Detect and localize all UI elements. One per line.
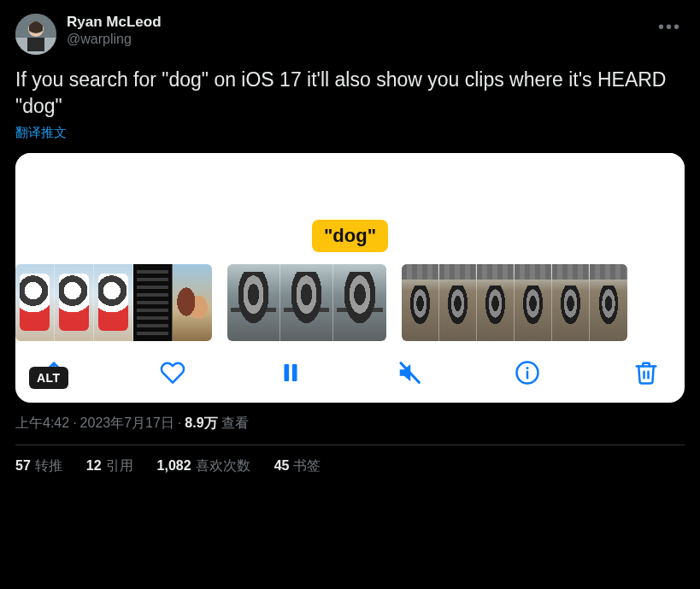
avatar-image (15, 14, 56, 55)
clip-frame (402, 264, 439, 341)
video-clip-1[interactable] (15, 264, 212, 341)
mute-icon[interactable] (397, 360, 422, 386)
clip-frame (15, 264, 55, 341)
tweet-stats: 57转推 12引用 1,082喜欢次数 45书签 (15, 445, 685, 475)
clip-frame (280, 264, 333, 341)
retweets-count: 57 (15, 458, 31, 473)
clip-frame (439, 264, 477, 341)
clip-frame (227, 264, 280, 341)
quotes-stat[interactable]: 12引用 (86, 457, 133, 475)
user-handle[interactable]: @warpling (67, 32, 644, 47)
pause-icon[interactable] (278, 360, 303, 386)
likes-count: 1,082 (157, 458, 191, 473)
retweets-stat[interactable]: 57转推 (15, 457, 62, 475)
likes-stat[interactable]: 1,082喜欢次数 (157, 457, 250, 475)
svg-rect-5 (285, 364, 290, 381)
avatar[interactable] (15, 14, 56, 55)
info-icon[interactable] (515, 360, 540, 386)
trash-icon[interactable] (633, 360, 659, 386)
clip-frame (94, 264, 133, 341)
tweet-time[interactable]: 上午4:42 (15, 415, 69, 430)
quotes-label: 引用 (106, 458, 133, 473)
video-clip-2[interactable] (227, 264, 386, 341)
media-whitespace (15, 153, 685, 220)
search-term-row: "dog" (15, 220, 685, 252)
display-name[interactable]: Ryan McLeod (67, 14, 644, 31)
bookmarks-stat[interactable]: 45书签 (274, 457, 321, 475)
clip-frame (333, 264, 386, 341)
alt-badge[interactable]: ALT (29, 367, 68, 389)
clip-frame (515, 264, 552, 341)
more-icon[interactable]: ••• (655, 14, 685, 40)
tweet-header: Ryan McLeod @warpling ••• (15, 14, 685, 55)
svg-point-10 (526, 367, 529, 369)
tweet-meta: 上午4:42·2023年7月17日·8.9万 查看 (15, 415, 685, 445)
retweets-label: 转推 (35, 458, 62, 473)
user-info: Ryan McLeod @warpling (67, 14, 644, 47)
search-term-badge: "dog" (312, 220, 388, 252)
likes-label: 喜欢次数 (196, 458, 250, 473)
media-card[interactable]: "dog" (15, 153, 685, 403)
bookmarks-count: 45 (274, 458, 290, 473)
clip-frame (590, 264, 627, 341)
views-label: 查看 (221, 415, 249, 430)
svg-rect-6 (292, 364, 297, 381)
clip-frame (133, 264, 173, 341)
quotes-count: 12 (86, 458, 102, 473)
svg-rect-3 (27, 38, 44, 51)
tweet-text: If you search for "dog" on iOS 17 it'll … (15, 67, 685, 120)
clip-frame (173, 264, 212, 341)
views-count[interactable]: 8.9万 (185, 415, 217, 430)
bookmarks-label: 书签 (293, 458, 321, 473)
heart-icon[interactable] (160, 360, 185, 386)
media-toolbar (15, 341, 685, 391)
clip-frame (552, 264, 590, 341)
tweet-container: Ryan McLeod @warpling ••• If you search … (0, 0, 700, 475)
clip-frame (55, 264, 94, 341)
video-clip-3[interactable] (402, 264, 627, 341)
tweet-date[interactable]: 2023年7月17日 (80, 415, 174, 430)
clip-frame (477, 264, 515, 341)
filmstrip[interactable] (15, 264, 685, 341)
translate-link[interactable]: 翻译推文 (15, 125, 67, 141)
